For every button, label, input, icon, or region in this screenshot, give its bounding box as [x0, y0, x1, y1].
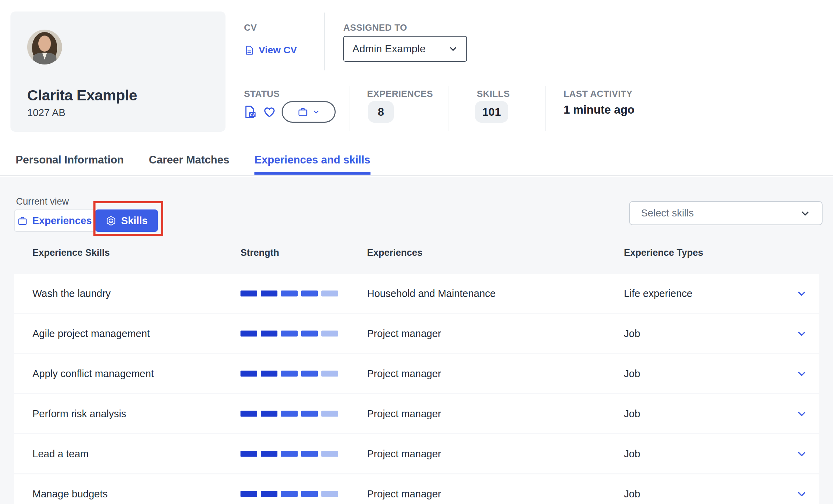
- select-skills-placeholder: Select skills: [641, 207, 694, 219]
- tab-career-matches[interactable]: Career Matches: [149, 154, 229, 175]
- experience-name: Project manager: [367, 448, 441, 460]
- profile-card: Clarita Example 1027 AB: [10, 12, 226, 132]
- view-cv-label: View CV: [259, 45, 297, 56]
- experiences-view-label: Experiences: [32, 215, 92, 227]
- chevron-down-icon[interactable]: [796, 448, 808, 460]
- table-row[interactable]: Lead a team Project manager Job: [14, 434, 819, 473]
- tab-bar: Personal Information Career Matches Expe…: [16, 154, 370, 175]
- experience-type: Job: [624, 408, 640, 420]
- chevron-down-icon: [312, 108, 320, 116]
- skill-name: Perform risk analysis: [32, 408, 126, 420]
- last-activity-label: LAST ACTIVITY: [564, 89, 633, 99]
- experience-name: Project manager: [367, 328, 441, 339]
- column-header-experience-types: Experience Types: [624, 247, 703, 258]
- current-view-label: Current view: [16, 196, 69, 207]
- select-skills-dropdown[interactable]: Select skills: [629, 201, 823, 225]
- heart-icon[interactable]: [263, 105, 276, 119]
- chevron-down-icon[interactable]: [796, 488, 808, 500]
- skills-table: Wash the laundry Household and Maintenan…: [14, 274, 819, 504]
- experience-name: Project manager: [367, 368, 441, 380]
- skill-name: Agile project management: [32, 328, 150, 339]
- view-toggle: Experiences Skills: [14, 209, 158, 232]
- skills-view-button[interactable]: Skills: [95, 209, 158, 232]
- strength-bars: [240, 291, 338, 297]
- column-header-experience-skills: Experience Skills: [32, 247, 110, 258]
- hexagon-skill-icon: [106, 215, 116, 226]
- chevron-down-icon: [800, 208, 811, 219]
- skills-count-badge: 101: [475, 101, 508, 123]
- experience-type: Job: [624, 448, 640, 460]
- profile-header: Clarita Example 1027 AB CV View CV ASSIG…: [0, 0, 833, 176]
- profile-subtitle: 1027 AB: [27, 107, 66, 119]
- strength-bars: [240, 451, 338, 457]
- status-experience-dropdown[interactable]: [282, 101, 336, 123]
- skill-name: Lead a team: [32, 448, 89, 460]
- document-cv-icon[interactable]: CV: [243, 105, 257, 119]
- experience-type: Job: [624, 368, 640, 380]
- divider: [324, 13, 325, 70]
- table-row[interactable]: Manage budgets Project manager Job: [14, 474, 819, 504]
- last-activity-value: 1 minute ago: [564, 103, 635, 116]
- divider: [350, 86, 350, 131]
- strength-bars: [240, 331, 338, 337]
- briefcase-icon: [17, 216, 28, 226]
- strength-bars: [240, 371, 338, 377]
- divider: [449, 86, 449, 131]
- profile-name: Clarita Example: [27, 87, 137, 104]
- chevron-down-icon: [448, 44, 458, 54]
- experiences-count-badge: 8: [368, 101, 394, 123]
- table-row[interactable]: Wash the laundry Household and Maintenan…: [14, 274, 819, 313]
- chevron-down-icon[interactable]: [796, 368, 808, 380]
- chevron-down-icon[interactable]: [796, 408, 808, 420]
- assigned-to-select[interactable]: Admin Example: [343, 36, 467, 62]
- briefcase-icon: [298, 107, 308, 117]
- tab-experiences-and-skills[interactable]: Experiences and skills: [254, 154, 370, 175]
- view-cv-link[interactable]: View CV: [244, 45, 297, 56]
- skill-name: Apply conflict management: [32, 368, 154, 380]
- column-header-experiences: Experiences: [367, 247, 422, 258]
- experiences-label: EXPERIENCES: [367, 89, 433, 99]
- strength-bars: [240, 411, 338, 417]
- experience-name: Household and Maintenance: [367, 288, 496, 299]
- status-actions: CV: [243, 101, 336, 123]
- experiences-skills-panel: Current view Experiences Skills: [0, 177, 833, 504]
- skills-label: SKILLS: [477, 89, 510, 99]
- experience-type: Job: [624, 328, 640, 339]
- chevron-down-icon[interactable]: [796, 328, 808, 339]
- table-row[interactable]: Agile project management Project manager…: [14, 314, 819, 353]
- tab-personal-information[interactable]: Personal Information: [16, 154, 124, 175]
- experiences-view-button[interactable]: Experiences: [14, 209, 95, 232]
- table-row[interactable]: Apply conflict management Project manage…: [14, 354, 819, 393]
- avatar: [27, 30, 62, 64]
- experience-name: Project manager: [367, 488, 441, 500]
- experience-name: Project manager: [367, 408, 441, 420]
- column-header-strength: Strength: [240, 247, 279, 258]
- skills-view-label: Skills: [121, 215, 148, 227]
- cv-section-label: CV: [244, 22, 257, 33]
- table-row[interactable]: Perform risk analysis Project manager Jo…: [14, 394, 819, 433]
- document-icon: [244, 45, 254, 55]
- status-label: STATUS: [244, 89, 280, 99]
- svg-text:CV: CV: [250, 113, 255, 117]
- experience-type: Life experience: [624, 288, 693, 299]
- strength-bars: [240, 491, 338, 497]
- skill-name: Manage budgets: [32, 488, 108, 500]
- divider: [545, 86, 546, 131]
- chevron-down-icon[interactable]: [796, 288, 808, 299]
- assigned-to-label: ASSIGNED TO: [343, 22, 407, 33]
- experience-type: Job: [624, 488, 640, 500]
- skill-name: Wash the laundry: [32, 288, 111, 299]
- assigned-to-value: Admin Example: [352, 43, 426, 55]
